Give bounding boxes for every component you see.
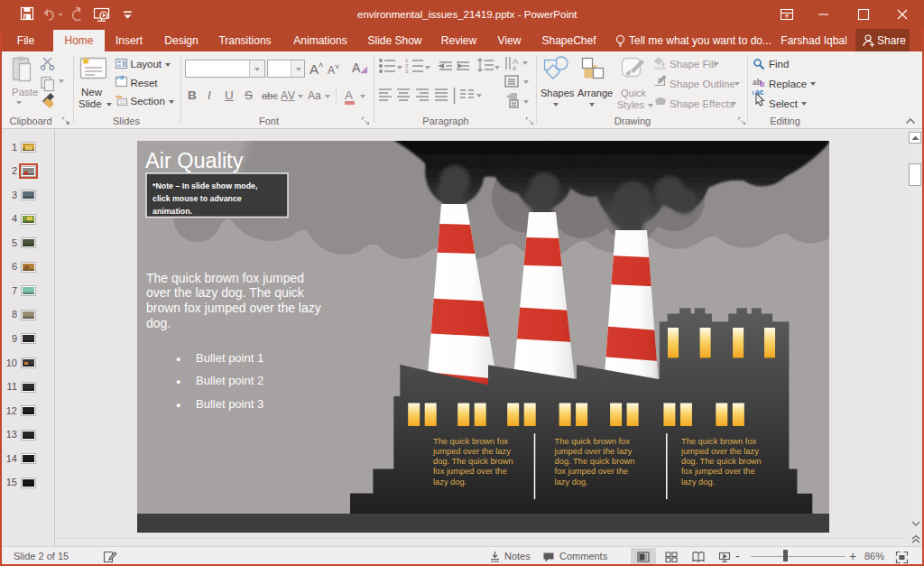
svg-text:fox jumped over the: fox jumped over the: [681, 467, 755, 476]
svg-text:jumped over the lazy: jumped over the lazy: [680, 447, 759, 456]
svg-text:●: ●: [176, 355, 180, 364]
svg-text:lazy dog.: lazy dog.: [555, 478, 588, 487]
svg-text:lazy dog.: lazy dog.: [681, 478, 715, 487]
svg-text:Bullet point 1: Bullet point 1: [196, 351, 263, 365]
svg-text:Air Quality: Air Quality: [145, 149, 244, 172]
svg-text:●: ●: [176, 377, 180, 386]
svg-text:The quick brown fox: The quick brown fox: [555, 437, 631, 446]
svg-text:fox jumped over the: fox jumped over the: [433, 467, 507, 476]
svg-text:click mouse to advance: click mouse to advance: [152, 194, 242, 203]
svg-text:3: 3: [405, 69, 409, 74]
svg-text:Bullet point 3: Bullet point 3: [196, 397, 263, 411]
svg-text:lazy dog.: lazy dog.: [433, 478, 467, 487]
svg-text:over the lazy dog. The quick: over the lazy dog. The quick: [146, 285, 305, 300]
svg-text:dog. The quick brown: dog. The quick brown: [433, 457, 513, 466]
svg-text:jumped over the lazy: jumped over the lazy: [432, 447, 511, 456]
svg-text:jumped over the lazy: jumped over the lazy: [554, 447, 633, 456]
svg-text:*Note – In slide show mode,: *Note – In slide show mode,: [152, 181, 257, 190]
svg-text:A: A: [513, 57, 518, 66]
svg-text:●: ●: [176, 401, 180, 410]
svg-text:The quick brown fox jumped: The quick brown fox jumped: [146, 271, 304, 285]
svg-text:dog.: dog.: [146, 316, 171, 330]
svg-text:dog. The quick brown: dog. The quick brown: [681, 457, 762, 466]
svg-text:The quick brown fox: The quick brown fox: [681, 437, 757, 446]
svg-text:brown fox jumped over the lazy: brown fox jumped over the lazy: [146, 301, 321, 315]
svg-text:ac: ac: [755, 88, 764, 97]
svg-text:Bullet point 2: Bullet point 2: [196, 374, 263, 387]
svg-text:animation.: animation.: [152, 207, 192, 216]
svg-text:fox jumped over the: fox jumped over the: [555, 467, 629, 476]
svg-text:The quick brown fox: The quick brown fox: [433, 437, 509, 446]
svg-text:dog. The quick brown: dog. The quick brown: [555, 457, 635, 466]
